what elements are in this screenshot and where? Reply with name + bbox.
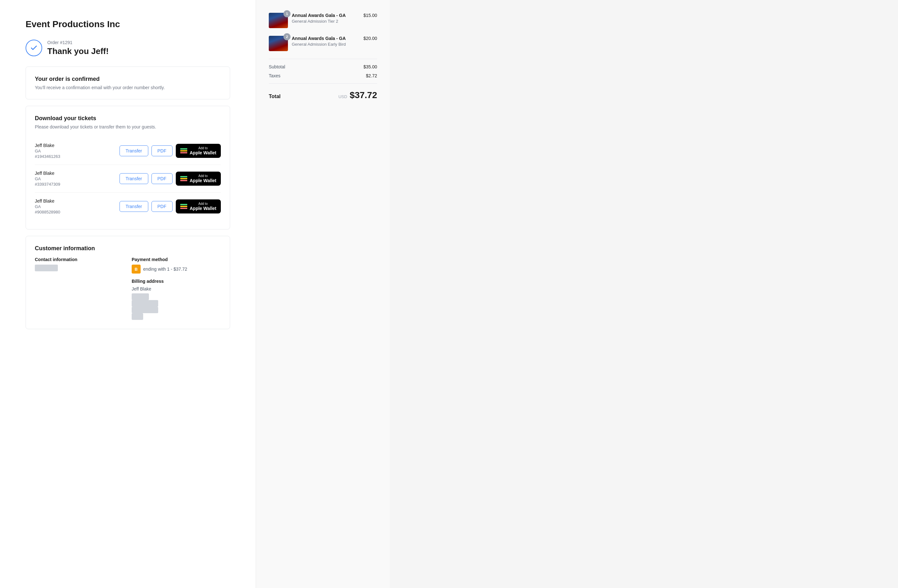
item-thumb-wrapper: 1 — [269, 13, 288, 28]
tickets-section-title: Download your tickets — [35, 115, 221, 122]
order-item: 1 Annual Awards Gala - GA General Admiss… — [269, 13, 377, 28]
wallet-apple-label: Apple Wallet — [190, 150, 217, 155]
item-description: General Admission Early Bird — [292, 42, 360, 47]
payment-info-block: Payment method B ending with 1 - $37.72 … — [132, 257, 221, 320]
billing-name: Jeff Blake — [132, 286, 221, 291]
ticket-holder-name: Jeff Blake — [35, 171, 60, 176]
transfer-button[interactable]: Transfer — [120, 201, 148, 212]
total-divider — [269, 83, 377, 84]
wallet-text: Add to Apple Wallet — [190, 146, 217, 155]
apple-wallet-button[interactable]: Add to Apple Wallet — [176, 172, 221, 186]
contact-blurred — [35, 265, 58, 271]
wallet-card-icon — [180, 148, 187, 153]
payment-method-row: B ending with 1 - $37.72 — [132, 265, 221, 274]
wallet-card-green — [180, 148, 187, 149]
subtotal-label: Subtotal — [269, 64, 285, 69]
left-panel: Event Productions Inc Order #1291 Thank … — [0, 0, 256, 588]
item-name: Annual Awards Gala - GA — [292, 36, 360, 41]
confirmation-message: You'll receive a confirmation email with… — [35, 85, 221, 90]
customer-grid: Contact information Payment method B end… — [35, 257, 221, 320]
billing-blurred-1 — [132, 293, 149, 300]
confirmation-card: Your order is confirmed You'll receive a… — [26, 66, 230, 99]
wallet-card-red — [180, 152, 187, 153]
pdf-button[interactable]: PDF — [151, 173, 172, 184]
wallet-card-red — [180, 208, 187, 209]
item-name: Annual Awards Gala - GA — [292, 13, 360, 18]
transfer-button[interactable]: Transfer — [120, 145, 148, 156]
wallet-card-yellow — [180, 178, 187, 179]
tickets-section-subtitle: Please download your tickets or transfer… — [35, 124, 221, 129]
contact-label: Contact information — [35, 257, 124, 262]
billing-label: Billing address — [132, 279, 221, 284]
apple-wallet-button[interactable]: Add to Apple Wallet — [176, 199, 221, 214]
total-right: USD $37.72 — [338, 90, 377, 100]
wallet-card-green — [180, 176, 187, 177]
thank-you-message: Thank you Jeff! — [47, 46, 109, 56]
item-quantity-badge: 2 — [283, 33, 291, 40]
taxes-value: $2.72 — [366, 73, 377, 78]
taxes-label: Taxes — [269, 73, 281, 78]
ticket-info: Jeff Blake GA #3393747309 — [35, 171, 60, 186]
wallet-text: Add to Apple Wallet — [190, 174, 217, 183]
item-description: General Admission Tier 2 — [292, 19, 360, 24]
total-currency: USD — [338, 94, 347, 99]
payment-badge-icon: B — [132, 265, 141, 274]
total-row: Total USD $37.72 — [269, 90, 377, 100]
order-item: 2 Annual Awards Gala - GA General Admiss… — [269, 36, 377, 51]
billing-section: Billing address Jeff Blake — [132, 279, 221, 320]
ticket-row: Jeff Blake GA #3393747309 Transfer PDF — [35, 165, 221, 193]
customer-section-title: Customer information — [35, 245, 221, 252]
billing-blurred-4 — [132, 313, 143, 320]
payment-label: Payment method — [132, 257, 221, 262]
subtotal-value: $35.00 — [363, 64, 377, 69]
ticket-type: GA — [35, 204, 60, 209]
ticket-actions: Transfer PDF Add to Apple Wallet — [120, 199, 221, 214]
item-thumb-wrapper: 2 — [269, 36, 288, 51]
wallet-card-red — [180, 180, 187, 181]
billing-blurred-2 — [132, 300, 158, 307]
ticket-list: Jeff Blake GA #1943461263 Transfer PDF — [35, 137, 221, 220]
item-price: $20.00 — [363, 36, 377, 41]
ticket-type: GA — [35, 176, 60, 181]
ticket-actions: Transfer PDF Add to Apple Wallet — [120, 144, 221, 158]
total-amount: $37.72 — [350, 90, 377, 100]
ticket-holder-name: Jeff Blake — [35, 199, 60, 203]
wallet-text: Add to Apple Wallet — [190, 202, 217, 211]
customer-card: Customer information Contact information… — [26, 236, 230, 329]
ticket-info: Jeff Blake GA #1943461263 — [35, 143, 60, 159]
billing-address — [132, 293, 221, 320]
ticket-holder-name: Jeff Blake — [35, 143, 60, 148]
wallet-card-yellow — [180, 150, 187, 151]
ticket-number: #1943461263 — [35, 154, 60, 159]
transfer-button[interactable]: Transfer — [120, 173, 148, 184]
pdf-button[interactable]: PDF — [151, 145, 172, 156]
wallet-apple-label: Apple Wallet — [190, 206, 217, 211]
order-header: Order #1291 Thank you Jeff! — [26, 40, 230, 56]
wallet-add-to-label: Add to — [190, 146, 217, 150]
contact-info-block: Contact information — [35, 257, 124, 320]
item-details: Annual Awards Gala - GA General Admissio… — [292, 13, 360, 24]
ticket-row: Jeff Blake GA #1943461263 Transfer PDF — [35, 137, 221, 165]
tickets-card: Download your tickets Please download yo… — [26, 106, 230, 229]
contact-value — [35, 265, 124, 271]
wallet-apple-label: Apple Wallet — [190, 178, 217, 183]
confirmation-check-icon — [26, 40, 42, 56]
subtotal-row: Subtotal $35.00 — [269, 64, 377, 69]
ticket-row: Jeff Blake GA #9088528980 Transfer PDF — [35, 193, 221, 220]
pdf-button[interactable]: PDF — [151, 201, 172, 212]
ticket-info: Jeff Blake GA #9088528980 — [35, 199, 60, 214]
item-quantity-badge: 1 — [283, 10, 291, 17]
right-panel: 1 Annual Awards Gala - GA General Admiss… — [256, 0, 390, 588]
company-name: Event Productions Inc — [26, 19, 230, 29]
wallet-card-icon — [180, 204, 187, 209]
wallet-card-icon — [180, 176, 187, 181]
apple-wallet-button[interactable]: Add to Apple Wallet — [176, 144, 221, 158]
ticket-type: GA — [35, 149, 60, 153]
billing-blurred-3 — [132, 307, 158, 314]
total-label: Total — [269, 94, 281, 99]
wallet-card-green — [180, 204, 187, 205]
wallet-add-to-label: Add to — [190, 202, 217, 206]
confirmation-title: Your order is confirmed — [35, 76, 221, 82]
ticket-number: #9088528980 — [35, 209, 60, 214]
ticket-number: #3393747309 — [35, 182, 60, 186]
